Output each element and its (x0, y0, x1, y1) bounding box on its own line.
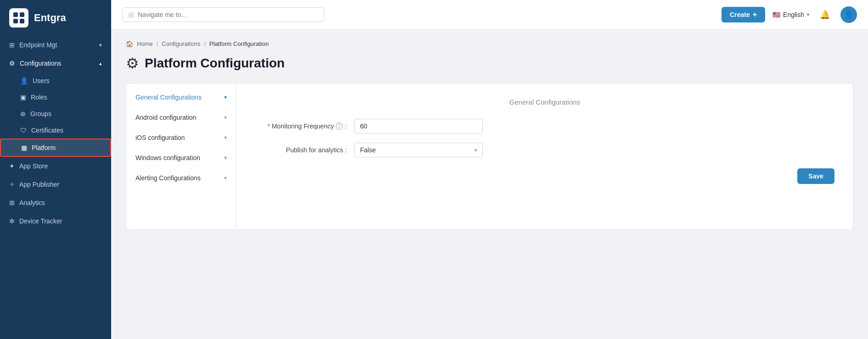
monitoring-frequency-label: * Monitoring Frequency ⓘ: (255, 122, 347, 130)
config-nav-label: Android configuration (135, 114, 196, 121)
breadcrumb-sep-2: / (204, 40, 206, 47)
logo-text: Entgra (34, 12, 66, 24)
config-card: General Configurations ▾ Android configu… (126, 83, 853, 230)
sidebar-item-roles[interactable]: ▣ Roles (0, 89, 111, 106)
breadcrumb-home[interactable]: Home (137, 40, 153, 47)
config-nav-label: General Configurations (135, 94, 202, 101)
sidebar-item-label: App Store (19, 162, 48, 170)
svg-rect-0 (13, 12, 18, 17)
sidebar-item-label: App Publisher (19, 181, 59, 188)
config-nav-alerting[interactable]: Alerting Configurations ▾ (126, 168, 236, 188)
analytics-icon: ⊞ (9, 199, 15, 206)
svg-rect-3 (20, 19, 24, 23)
config-nav-windows[interactable]: Windows configuration ▾ (126, 148, 236, 168)
publish-analytics-select[interactable]: True False (354, 143, 483, 157)
sidebar-item-label: Device Tracker (19, 217, 62, 225)
sidebar-item-label: Roles (31, 94, 47, 101)
config-nav-general[interactable]: General Configurations ▾ (126, 87, 236, 107)
breadcrumb-current: Platform Configuration (209, 40, 269, 47)
sidebar: Entgra ⊞ Endpoint Mgt ▾ ⚙ Configurations… (0, 0, 111, 339)
config-form-content: General Configurations * Monitoring Freq… (237, 83, 853, 229)
search-input[interactable] (138, 11, 318, 18)
save-button[interactable]: Save (797, 168, 834, 184)
required-asterisk: * (267, 122, 270, 130)
page-gear-icon: ⚙ (126, 55, 139, 72)
sidebar-item-label: Endpoint Mgt (19, 41, 57, 49)
create-label: Create (730, 11, 750, 18)
config-nav-label: iOS configuration (135, 134, 185, 141)
cert-icon: 🛡 (20, 127, 27, 134)
grid-icon: ⊞ (9, 41, 15, 49)
config-nav-android[interactable]: Android configuration ▾ (126, 107, 236, 128)
sidebar-item-platform[interactable]: ▦ Platform (0, 139, 111, 157)
roles-icon: ▣ (20, 94, 26, 101)
chevron-up-icon: ▴ (99, 61, 102, 67)
chevron-down-icon: ▾ (224, 134, 227, 141)
bell-icon-symbol: 🔔 (820, 10, 830, 20)
chevron-down-icon: ▾ (224, 155, 227, 161)
monitoring-frequency-row: * Monitoring Frequency ⓘ: (255, 119, 834, 133)
sidebar-item-label: Certificates (31, 127, 63, 134)
plus-icon: + (753, 11, 757, 19)
sidebar-logo: Entgra (0, 0, 111, 36)
config-nav-label: Windows configuration (135, 154, 200, 161)
sidebar-item-label: Groups (30, 110, 51, 117)
sidebar-item-app-publisher[interactable]: ✧ App Publisher (0, 175, 111, 194)
svg-rect-2 (13, 19, 18, 23)
monitoring-frequency-input[interactable] (354, 119, 483, 133)
gear-icon: ⚙ (9, 60, 15, 67)
topbar: ◎ Create + 🇺🇸 English ▾ 🔔 👤 (111, 0, 868, 29)
sidebar-item-label: Analytics (19, 199, 45, 206)
user-icon: 👤 (20, 77, 28, 84)
devicetracker-icon: ✲ (9, 217, 15, 225)
chevron-down-icon: ▾ (807, 12, 809, 17)
create-button[interactable]: Create + (721, 7, 765, 22)
publish-analytics-row: Publish for analytics: True False (255, 143, 834, 157)
main-content: ◎ Create + 🇺🇸 English ▾ 🔔 👤 🏠 (111, 0, 868, 339)
sidebar-item-configurations[interactable]: ⚙ Configurations ▴ (0, 54, 111, 72)
publish-analytics-label: Publish for analytics: (255, 146, 347, 154)
chevron-down-icon: ▾ (224, 175, 227, 181)
user-icon-symbol: 👤 (844, 10, 853, 19)
topbar-right: Create + 🇺🇸 English ▾ 🔔 👤 (721, 6, 857, 23)
config-nav-ios[interactable]: iOS configuration ▾ (126, 128, 236, 148)
chevron-down-icon: ▾ (224, 94, 227, 100)
info-icon[interactable]: ⓘ (336, 122, 343, 130)
config-section-title: General Configurations (255, 98, 834, 106)
notification-bell[interactable]: 🔔 (817, 6, 833, 23)
sidebar-item-label: Platform (32, 144, 56, 151)
chevron-down-icon: ▾ (99, 42, 102, 48)
config-nav-label: Alerting Configurations (135, 174, 201, 182)
sidebar-item-certificates[interactable]: 🛡 Certificates (0, 122, 111, 139)
sidebar-item-label: Users (33, 77, 50, 84)
sidebar-item-device-tracker[interactable]: ✲ Device Tracker (0, 212, 111, 230)
search-icon: ◎ (128, 11, 134, 19)
language-selector[interactable]: 🇺🇸 English ▾ (772, 11, 809, 18)
appstore-icon: ✦ (9, 162, 15, 170)
page-title: Platform Configuration (145, 56, 285, 71)
chevron-down-icon: ▾ (224, 114, 227, 121)
language-label: English (783, 11, 804, 18)
breadcrumb: 🏠 Home / Configurations / Platform Confi… (126, 40, 853, 47)
sidebar-item-groups[interactable]: ⊛ Groups (0, 106, 111, 122)
save-row: Save (255, 168, 834, 184)
breadcrumb-configurations[interactable]: Configurations (162, 40, 200, 47)
svg-rect-1 (20, 12, 24, 17)
groups-icon: ⊛ (20, 110, 26, 117)
breadcrumb-sep-1: / (157, 40, 158, 47)
home-icon: 🏠 (126, 40, 133, 47)
page-title-row: ⚙ Platform Configuration (126, 55, 853, 72)
flag-icon: 🇺🇸 (772, 11, 780, 18)
search-bar[interactable]: ◎ (122, 7, 324, 22)
user-avatar[interactable]: 👤 (840, 6, 857, 23)
publish-analytics-select-wrap: True False (354, 143, 483, 157)
sidebar-item-label: Configurations (20, 60, 61, 67)
page-content: 🏠 Home / Configurations / Platform Confi… (111, 29, 868, 339)
apppublisher-icon: ✧ (9, 181, 15, 188)
sidebar-item-users[interactable]: 👤 Users (0, 72, 111, 89)
sidebar-item-app-store[interactable]: ✦ App Store (0, 157, 111, 175)
sidebar-item-endpoint-mgt[interactable]: ⊞ Endpoint Mgt ▾ (0, 36, 111, 54)
logo-icon (9, 8, 28, 28)
sidebar-item-analytics[interactable]: ⊞ Analytics (0, 194, 111, 212)
platform-icon: ▦ (21, 144, 27, 151)
